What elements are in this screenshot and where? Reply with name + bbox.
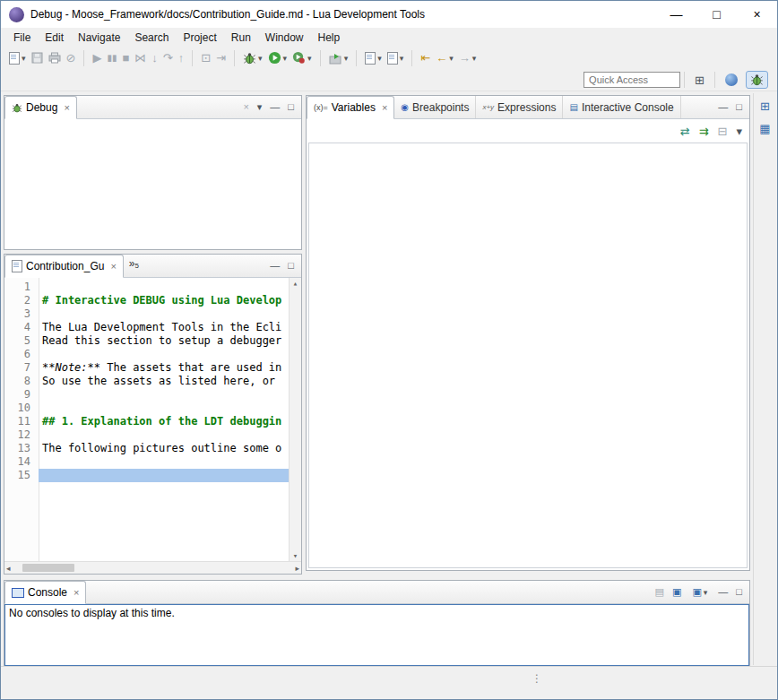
line-number: 1 bbox=[4, 281, 39, 294]
menu-navigate[interactable]: Navigate bbox=[71, 30, 127, 46]
profile-dropdown-icon[interactable]: ▾ bbox=[307, 54, 312, 63]
code-area[interactable]: 1 2# Interactive DEBUG using Lua Develop… bbox=[4, 278, 289, 561]
new-dropdown-icon[interactable]: ▾ bbox=[22, 54, 26, 63]
debug-view-minimize-icon[interactable]: — bbox=[270, 101, 280, 113]
window-minimize-button[interactable]: — bbox=[656, 1, 696, 28]
debug-dropdown-icon[interactable]: ▾ bbox=[258, 54, 263, 63]
debug-view-menu-icon[interactable]: ▾ bbox=[257, 101, 263, 113]
tab-variables[interactable]: (x)= Variables × bbox=[307, 96, 394, 119]
scroll-left-icon[interactable]: ◂ bbox=[6, 564, 11, 573]
console-maximize-icon[interactable]: □ bbox=[736, 586, 742, 598]
external-tools-dropdown-icon[interactable]: ▾ bbox=[344, 54, 349, 63]
editor-vertical-scrollbar[interactable]: ▴ ▾ bbox=[289, 278, 301, 561]
print-button[interactable] bbox=[46, 50, 64, 65]
console-dropdown-icon[interactable]: ▾ bbox=[704, 588, 708, 597]
back-dropdown-icon[interactable]: ▾ bbox=[449, 54, 454, 63]
tab-breakpoints[interactable]: ◉ Breakpoints bbox=[394, 96, 476, 118]
step-into-button[interactable]: ↓ bbox=[149, 50, 160, 65]
run-icon bbox=[268, 51, 281, 65]
run-dropdown-icon[interactable]: ▾ bbox=[283, 54, 288, 63]
menu-run[interactable]: Run bbox=[224, 30, 258, 46]
open-perspective-button[interactable]: ⊞ bbox=[690, 72, 709, 89]
open-console-dropdown[interactable]: ▣ ▾ bbox=[689, 584, 710, 600]
editor-horizontal-scrollbar[interactable]: ◂ ▸ bbox=[4, 561, 301, 574]
status-bar: ⋮ bbox=[1, 666, 777, 699]
debug-perspective-button[interactable] bbox=[746, 71, 768, 89]
pin-console-icon: ▣ bbox=[692, 586, 701, 598]
show-type-names-icon[interactable]: ⇄ bbox=[680, 125, 690, 137]
quick-access-input[interactable] bbox=[584, 72, 680, 88]
minimized-outline-view-icon[interactable]: ▦ bbox=[759, 123, 770, 134]
console-minimize-icon[interactable]: — bbox=[718, 586, 728, 598]
tab-contribution-guide[interactable]: Contribution_Gu × bbox=[4, 255, 124, 278]
scrollbar-thumb[interactable] bbox=[22, 564, 74, 572]
editor-maximize-icon[interactable]: □ bbox=[288, 260, 294, 272]
trim-drag-handle-icon[interactable]: ⋮ bbox=[532, 672, 542, 685]
drop-to-frame-button[interactable]: ⊡ bbox=[198, 50, 213, 65]
scroll-down-icon[interactable]: ▾ bbox=[293, 551, 298, 560]
menu-help[interactable]: Help bbox=[311, 30, 348, 46]
variables-view-menu-icon[interactable]: ▾ bbox=[736, 125, 742, 137]
scroll-up-icon[interactable]: ▴ bbox=[293, 279, 298, 288]
ldt-perspective-button[interactable] bbox=[721, 71, 742, 89]
editor-tab-overflow[interactable]: » 5 bbox=[124, 255, 144, 277]
menu-window[interactable]: Window bbox=[258, 30, 311, 46]
terminate-button[interactable]: ■ bbox=[119, 50, 132, 65]
tab-expressions[interactable]: x+y Expressions bbox=[476, 96, 563, 118]
debug-view-maximize-icon[interactable]: □ bbox=[288, 101, 294, 113]
new-lua-project-button[interactable]: ▾ bbox=[362, 50, 385, 66]
menu-edit[interactable]: Edit bbox=[38, 30, 71, 46]
scroll-right-icon[interactable]: ▸ bbox=[295, 564, 299, 573]
tab-debug-close-icon[interactable]: × bbox=[64, 102, 69, 113]
resume-button[interactable]: ▶ bbox=[90, 50, 104, 65]
debug-button[interactable]: ▾ bbox=[240, 50, 265, 66]
step-into-icon: ↓ bbox=[151, 52, 158, 64]
show-logical-structures-icon[interactable]: ⇉ bbox=[699, 125, 709, 137]
step-return-icon: ↑ bbox=[178, 52, 185, 64]
skip-all-breakpoints-button[interactable]: ⊘ bbox=[64, 50, 79, 65]
tab-console-close-icon[interactable]: × bbox=[73, 587, 79, 598]
variables-minimize-icon[interactable]: — bbox=[718, 101, 728, 113]
forward-dropdown-icon[interactable]: ▾ bbox=[472, 54, 477, 63]
title-bar: Debug - Moose_Framework/docs/Contributio… bbox=[1, 1, 777, 28]
collapse-all-icon[interactable]: ⊟ bbox=[718, 125, 728, 137]
menu-search[interactable]: Search bbox=[127, 30, 176, 46]
menu-project[interactable]: Project bbox=[176, 30, 223, 46]
note-text: The assets that are used in bbox=[100, 361, 281, 374]
editor-minimize-icon[interactable]: — bbox=[270, 260, 280, 272]
use-step-filters-button[interactable]: ⇥ bbox=[213, 50, 229, 65]
new-project-dropdown-icon[interactable]: ▾ bbox=[377, 54, 382, 63]
disconnect-button[interactable]: ⋈ bbox=[132, 50, 149, 65]
step-over-button[interactable]: ↷ bbox=[160, 50, 176, 65]
tab-debug[interactable]: Debug × bbox=[4, 96, 77, 119]
window-close-button[interactable]: × bbox=[737, 1, 777, 28]
open-console-icon[interactable]: ▤ bbox=[655, 586, 664, 598]
tab-contribution-guide-close-icon[interactable]: × bbox=[110, 261, 116, 272]
display-selected-console-icon[interactable]: ▣ bbox=[672, 586, 681, 598]
remove-all-terminated-icon[interactable]: × bbox=[243, 101, 248, 113]
toolbar-separator bbox=[714, 72, 715, 88]
forward-button[interactable]: → ▾ bbox=[456, 50, 480, 65]
new-wizard-button[interactable]: ▾ bbox=[6, 50, 29, 66]
step-return-button[interactable]: ↑ bbox=[176, 50, 187, 65]
save-button[interactable] bbox=[29, 50, 46, 65]
editor-body[interactable]: 1 2# Interactive DEBUG using Lua Develop… bbox=[4, 278, 301, 561]
variables-maximize-icon[interactable]: □ bbox=[736, 101, 742, 113]
tab-console[interactable]: Console × bbox=[4, 581, 86, 604]
expressions-icon: x+y bbox=[482, 103, 494, 111]
line-number: 9 bbox=[4, 388, 39, 402]
new-lua-file-button[interactable]: ▾ bbox=[385, 50, 407, 66]
run-button[interactable]: ▾ bbox=[265, 49, 290, 66]
new-file-dropdown-icon[interactable]: ▾ bbox=[400, 54, 404, 63]
variables-content[interactable] bbox=[308, 143, 748, 568]
tab-variables-close-icon[interactable]: × bbox=[382, 102, 387, 113]
restore-view-icon[interactable]: ⊞ bbox=[760, 100, 770, 112]
tab-interactive-console[interactable]: ▤ Interactive Console bbox=[563, 96, 680, 118]
back-button[interactable]: ← ▾ bbox=[433, 50, 456, 65]
window-maximize-button[interactable]: □ bbox=[696, 1, 737, 28]
profile-button[interactable]: ▾ bbox=[290, 49, 315, 66]
external-tools-button[interactable]: ▾ bbox=[326, 50, 351, 66]
suspend-button[interactable]: ▮▮ bbox=[104, 50, 119, 65]
last-edit-location-button[interactable]: ⇤ bbox=[418, 50, 433, 65]
menu-file[interactable]: File bbox=[6, 30, 38, 46]
